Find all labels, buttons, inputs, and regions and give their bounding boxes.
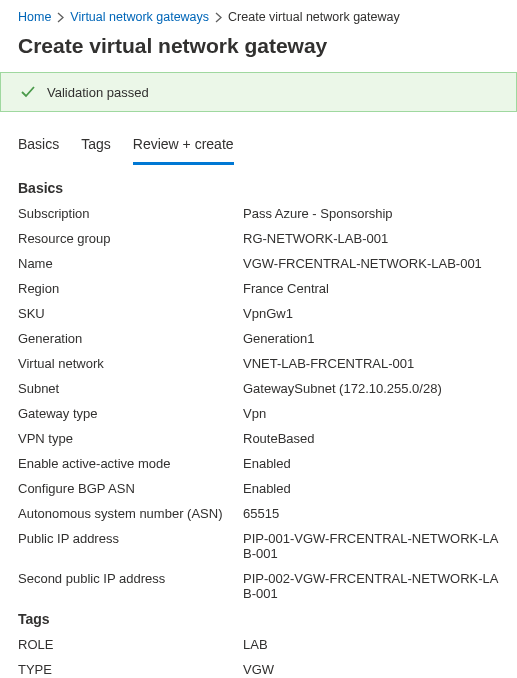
label-tag-type: TYPE [18, 662, 243, 677]
tab-tags[interactable]: Tags [81, 130, 111, 165]
row-name: Name VGW-FRCENTRAL-NETWORK-LAB-001 [18, 256, 499, 271]
row-gateway-type: Gateway type Vpn [18, 406, 499, 421]
value-public-ip: PIP-001-VGW-FRCENTRAL-NETWORK-LAB-001 [243, 531, 499, 561]
page-title: Create virtual network gateway [18, 34, 499, 58]
row-resource-group: Resource group RG-NETWORK-LAB-001 [18, 231, 499, 246]
value-asn: 65515 [243, 506, 279, 521]
chevron-right-icon [215, 12, 222, 23]
row-bgp-asn: Configure BGP ASN Enabled [18, 481, 499, 496]
breadcrumb-current: Create virtual network gateway [228, 10, 400, 24]
label-subnet: Subnet [18, 381, 243, 396]
label-vpn-type: VPN type [18, 431, 243, 446]
label-virtual-network: Virtual network [18, 356, 243, 371]
validation-message: Validation passed [47, 85, 149, 100]
basics-heading: Basics [18, 180, 499, 196]
value-subscription: Pass Azure - Sponsorship [243, 206, 393, 221]
label-subscription: Subscription [18, 206, 243, 221]
value-gateway-type: Vpn [243, 406, 266, 421]
label-gateway-type: Gateway type [18, 406, 243, 421]
label-name: Name [18, 256, 243, 271]
row-tag-type: TYPE VGW [18, 662, 499, 677]
value-resource-group: RG-NETWORK-LAB-001 [243, 231, 388, 246]
tab-basics[interactable]: Basics [18, 130, 59, 165]
row-region: Region France Central [18, 281, 499, 296]
breadcrumb-home-link[interactable]: Home [18, 10, 51, 24]
validation-banner: Validation passed [0, 72, 517, 112]
value-name: VGW-FRCENTRAL-NETWORK-LAB-001 [243, 256, 482, 271]
value-active-active: Enabled [243, 456, 291, 471]
label-generation: Generation [18, 331, 243, 346]
label-second-public-ip: Second public IP address [18, 571, 243, 586]
row-subscription: Subscription Pass Azure - Sponsorship [18, 206, 499, 221]
row-asn: Autonomous system number (ASN) 65515 [18, 506, 499, 521]
label-bgp-asn: Configure BGP ASN [18, 481, 243, 496]
value-second-public-ip: PIP-002-VGW-FRCENTRAL-NETWORK-LAB-001 [243, 571, 499, 601]
value-sku: VpnGw1 [243, 306, 293, 321]
label-resource-group: Resource group [18, 231, 243, 246]
check-icon [19, 83, 37, 101]
value-tag-type: VGW [243, 662, 274, 677]
row-tag-role: ROLE LAB [18, 637, 499, 652]
value-vpn-type: RouteBased [243, 431, 315, 446]
label-asn: Autonomous system number (ASN) [18, 506, 243, 521]
label-public-ip: Public IP address [18, 531, 243, 546]
breadcrumb-gateways-link[interactable]: Virtual network gateways [70, 10, 209, 24]
value-generation: Generation1 [243, 331, 315, 346]
tab-row: Basics Tags Review + create [18, 130, 499, 166]
value-virtual-network: VNET-LAB-FRCENTRAL-001 [243, 356, 414, 371]
value-bgp-asn: Enabled [243, 481, 291, 496]
row-virtual-network: Virtual network VNET-LAB-FRCENTRAL-001 [18, 356, 499, 371]
tab-review-create[interactable]: Review + create [133, 130, 234, 165]
label-active-active: Enable active-active mode [18, 456, 243, 471]
value-tag-role: LAB [243, 637, 268, 652]
row-public-ip: Public IP address PIP-001-VGW-FRCENTRAL-… [18, 531, 499, 561]
row-active-active: Enable active-active mode Enabled [18, 456, 499, 471]
breadcrumb: Home Virtual network gateways Create vir… [18, 0, 499, 30]
tags-heading: Tags [18, 611, 499, 627]
value-region: France Central [243, 281, 329, 296]
row-subnet: Subnet GatewaySubnet (172.10.255.0/28) [18, 381, 499, 396]
label-sku: SKU [18, 306, 243, 321]
value-subnet: GatewaySubnet (172.10.255.0/28) [243, 381, 442, 396]
row-vpn-type: VPN type RouteBased [18, 431, 499, 446]
label-tag-role: ROLE [18, 637, 243, 652]
row-second-public-ip: Second public IP address PIP-002-VGW-FRC… [18, 571, 499, 601]
label-region: Region [18, 281, 243, 296]
chevron-right-icon [57, 12, 64, 23]
row-generation: Generation Generation1 [18, 331, 499, 346]
row-sku: SKU VpnGw1 [18, 306, 499, 321]
